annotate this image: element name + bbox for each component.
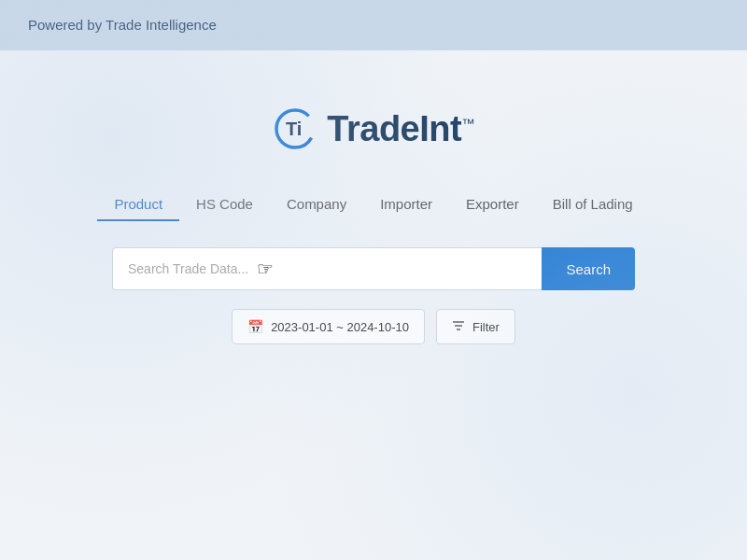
tab-bill-of-lading[interactable]: Bill of Lading: [536, 189, 650, 221]
search-row: ☞ Search: [112, 247, 635, 290]
date-range-text: 2023-01-01 ~ 2024-10-10: [271, 320, 409, 334]
logo-icon: Ti: [273, 106, 317, 151]
banner-text: Powered by Trade Intelligence: [28, 17, 217, 33]
filter-label: Filter: [472, 320, 500, 334]
svg-text:Ti: Ti: [286, 119, 302, 139]
filter-row: 📅 2023-01-01 ~ 2024-10-10 Filter: [232, 309, 515, 344]
logo-text: TradeInt™: [327, 109, 473, 149]
search-button[interactable]: Search: [542, 247, 635, 290]
filter-icon: [452, 319, 465, 335]
tab-company[interactable]: Company: [270, 189, 363, 221]
search-input[interactable]: [112, 247, 542, 290]
top-banner: Powered by Trade Intelligence: [0, 0, 747, 50]
tab-importer[interactable]: Importer: [363, 189, 449, 221]
logo-container: Ti TradeInt™: [273, 106, 473, 151]
search-input-wrapper: ☞: [112, 247, 542, 290]
main-content: Ti TradeInt™ Product HS Code Company Imp…: [0, 50, 747, 344]
tab-hs-code[interactable]: HS Code: [179, 189, 270, 221]
date-range-button[interactable]: 📅 2023-01-01 ~ 2024-10-10: [232, 309, 425, 344]
nav-tabs: Product HS Code Company Importer Exporte…: [97, 189, 649, 221]
filter-button[interactable]: Filter: [436, 309, 515, 344]
calendar-icon: 📅: [247, 319, 263, 334]
tab-product[interactable]: Product: [97, 189, 179, 221]
tab-exporter[interactable]: Exporter: [449, 189, 536, 221]
